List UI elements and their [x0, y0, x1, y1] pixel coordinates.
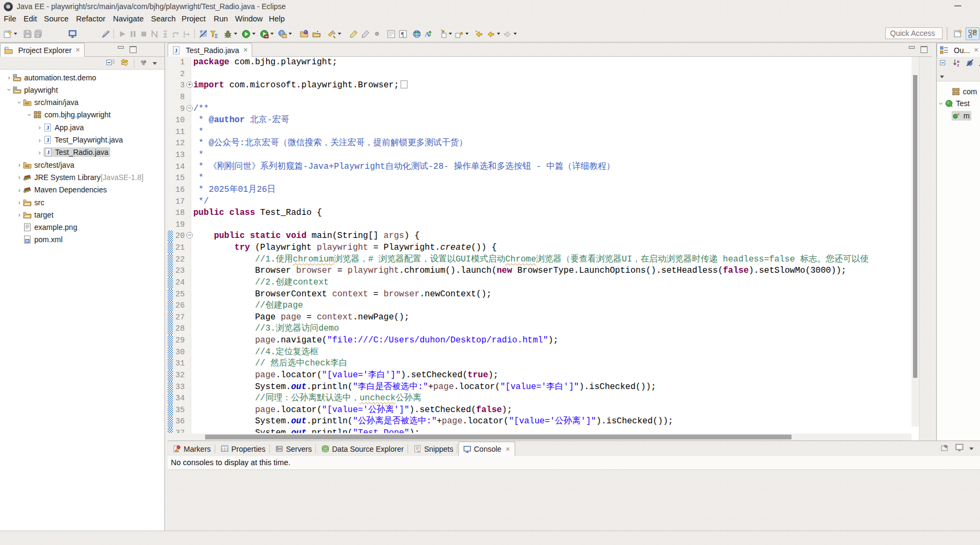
skip-breakpoints-icon[interactable] [198, 28, 208, 40]
tree-item-jre-system-library[interactable]: ›JRE System Library [JavaSE-1.8] [16, 171, 144, 183]
watch-icon[interactable] [372, 28, 382, 40]
search-flashlight-icon[interactable] [326, 28, 337, 40]
export-dropdown-icon[interactable] [464, 28, 469, 40]
minimize-view-icon[interactable] [117, 46, 124, 52]
open-console-icon[interactable] [955, 443, 964, 454]
vscroll-thumb[interactable] [913, 75, 917, 378]
pin-console-icon[interactable] [940, 443, 949, 454]
code-line-20[interactable]: 20− public static void main(String[] arg… [168, 230, 911, 242]
last-edit-icon[interactable] [348, 28, 359, 40]
focus-icon[interactable] [139, 58, 148, 69]
tab-snippets[interactable]: Snippets [409, 442, 457, 456]
run-icon[interactable] [240, 28, 251, 40]
code-line-10[interactable]: 10 * @author 北京-宏哥 [168, 115, 911, 126]
tree-item-test-radio-java[interactable]: ›JTest_Radio.java [36, 147, 110, 158]
back-annotation-icon[interactable] [473, 28, 484, 40]
collapse-all-icon[interactable] [940, 58, 948, 69]
menu-help[interactable]: Help [269, 14, 285, 23]
menu-source[interactable]: Source [44, 14, 69, 23]
chevron-expanded-icon[interactable]: › [5, 86, 13, 94]
code-line-14[interactable]: 14 * 《刚刚问世》系列初窥篇-Java+Playwright自动化测试-28… [168, 161, 911, 173]
horizontal-scrollbar[interactable] [168, 434, 911, 441]
new-package-icon[interactable] [299, 28, 310, 40]
web-browser-icon[interactable] [411, 28, 422, 40]
outline-item-test[interactable]: ›Test [937, 98, 970, 109]
terminate-icon[interactable] [138, 28, 149, 40]
code-line-15[interactable]: 15 * [168, 173, 911, 184]
run-dropdown-icon[interactable] [251, 28, 256, 40]
code-line-29[interactable]: 29 page.navigate("file:///C:/Users/duhon… [168, 335, 911, 347]
code-line-13[interactable]: 13 * [168, 150, 911, 161]
tree-item-example-png[interactable]: example.png [16, 222, 77, 233]
tree-item-src[interactable]: ›src [16, 197, 44, 208]
menu-file[interactable]: File [4, 14, 16, 23]
hscroll-thumb[interactable] [205, 435, 791, 439]
code-line-35[interactable]: 35 page.locator("[value='公孙离']").setChec… [168, 405, 911, 416]
tab-outline[interactable]: Ou... ✕ [937, 43, 980, 57]
console-display-icon[interactable] [67, 28, 78, 40]
forward-icon[interactable] [502, 28, 512, 40]
tab-project-explorer[interactable]: Project Explorer ✕ [0, 43, 85, 57]
chevron-expanded-icon[interactable]: › [16, 99, 24, 106]
save-icon[interactable] [22, 28, 33, 40]
collapse-all-icon[interactable] [106, 58, 115, 69]
search-flashlight-dropdown-icon[interactable] [337, 28, 342, 40]
tree-item-automation-test-demo[interactable]: ›automation.test.demo [5, 72, 96, 83]
menu-navigate[interactable]: Navigate [113, 14, 144, 23]
save-all-icon[interactable] [33, 28, 43, 40]
minimize-editor-icon[interactable] [908, 46, 915, 52]
chevron-collapsed-icon[interactable]: › [16, 161, 23, 169]
chevron-collapsed-icon[interactable]: › [16, 211, 23, 219]
code-line-37[interactable]: 37 System.out.println("Test Done"); [168, 428, 911, 433]
code-line-12[interactable]: 12 * @公众号:北京宏哥（微信搜索，关注宏哥，提前解锁更多测试干货） [168, 138, 911, 150]
menu-edit[interactable]: Edit [24, 14, 37, 23]
show-whitespace-icon[interactable]: ¶ [397, 28, 408, 40]
code-line-17[interactable]: 17 */ [168, 196, 911, 208]
chevron-expanded-icon[interactable]: › [26, 111, 34, 118]
code-line-36[interactable]: 36 System.out.println("公孙离是否被选中:"+page.l… [168, 416, 911, 428]
tree-item-src-main-java[interactable]: ›src/main/java [16, 97, 78, 108]
hide-fields-icon[interactable] [966, 58, 974, 69]
outline-item-com[interactable]: com [944, 86, 977, 97]
tree-item-target[interactable]: ›target [16, 209, 54, 220]
disconnect-icon[interactable] [149, 28, 160, 40]
view-menu-icon[interactable] [153, 62, 157, 65]
code-line-11[interactable]: 11 * [168, 126, 911, 138]
code-line-32[interactable]: 32 page.locator("[value='李白']").setCheck… [168, 370, 911, 382]
javaee-perspective-button[interactable] [966, 27, 979, 40]
close-console-icon[interactable]: ✕ [505, 446, 510, 453]
chevron-icon[interactable]: › [937, 100, 945, 107]
code-line-33[interactable]: 33 System.out.println("李白是否被选中:"+page.lo… [168, 382, 911, 393]
tab-console[interactable]: Console✕ [458, 442, 515, 456]
coverage-icon[interactable] [259, 28, 269, 40]
chevron-collapsed-icon[interactable]: › [16, 198, 23, 206]
code-editor[interactable]: 1package com.bjhg.playwright;23+import c… [168, 57, 932, 441]
code-line-30[interactable]: 30 //4.定位复选框 [168, 347, 911, 359]
import-icon[interactable] [437, 28, 448, 40]
chevron-collapsed-icon[interactable]: › [5, 73, 13, 81]
minimize-window-icon[interactable] [954, 5, 961, 6]
import-dropdown-icon[interactable] [448, 28, 453, 40]
tree-item-test-playwright-java[interactable]: ›JTest_Playwright.java [36, 135, 123, 146]
fold-expanded-icon[interactable]: − [186, 105, 193, 112]
code-line-25[interactable]: 25 BrowserContext context = browser.newC… [168, 289, 911, 301]
sort-icon[interactable]: az [953, 58, 961, 69]
export-icon[interactable] [454, 28, 464, 40]
step-into-icon[interactable] [160, 28, 170, 40]
type-navigation-icon[interactable]: A [423, 28, 434, 40]
code-line-2[interactable]: 2 [168, 69, 911, 80]
tab-test-radio-java[interactable]: J Test_Radio.java ✕ [168, 43, 252, 57]
menu-search[interactable]: Search [151, 14, 176, 23]
suspend-icon[interactable] [127, 28, 138, 40]
pencil-icon[interactable] [360, 28, 371, 40]
fold-collapsed-icon[interactable]: + [186, 81, 193, 88]
code-line-34[interactable]: 34 //同理：公孙离默认选中，uncheck公孙离 [168, 393, 911, 405]
close-editor-icon[interactable]: ✕ [243, 47, 248, 54]
chevron-collapsed-icon[interactable]: › [16, 186, 23, 194]
tree-item-playwright[interactable]: ›playwright [5, 84, 58, 95]
quick-access-input[interactable]: Quick Access [885, 27, 943, 39]
forward-dropdown-icon[interactable] [512, 28, 517, 40]
vertical-scrollbar[interactable] [911, 57, 919, 427]
code-line-24[interactable]: 24 //2.创建context [168, 277, 911, 289]
chevron-collapsed-icon[interactable]: › [16, 173, 23, 181]
